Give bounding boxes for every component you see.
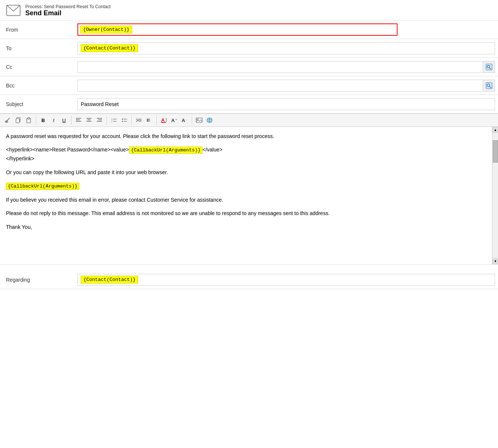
svg-text:A: A	[161, 117, 165, 123]
cut-button[interactable]	[3, 115, 13, 125]
body-para-3: Or you can copy the following URL and pa…	[6, 168, 486, 176]
subject-row: Subject	[0, 95, 498, 113]
body-para-4: {CallbackUrl(Arguments)}	[6, 182, 486, 191]
separator-5	[156, 116, 157, 125]
to-row: To {Contact(Contact)}	[0, 39, 498, 58]
regarding-label: Regarding	[0, 273, 74, 287]
editor-toolbar: B I U 1.2. A A+ A-	[0, 113, 498, 127]
from-label: From	[0, 23, 74, 36]
svg-text:2.: 2.	[111, 120, 113, 122]
to-field: {Contact(Contact)}	[74, 40, 498, 57]
svg-point-43	[197, 119, 198, 120]
send-email-title: Send Email	[25, 9, 111, 17]
header-text: Process: Send Password Reset To Contact …	[25, 4, 111, 17]
indent-button[interactable]	[134, 115, 144, 125]
font-size-up-button[interactable]: A+	[169, 115, 179, 125]
regarding-section: Regarding {Contact(Contact)}	[0, 265, 498, 289]
unordered-list-button[interactable]	[119, 115, 129, 125]
font-color-button[interactable]: A	[159, 115, 169, 125]
ordered-list-button[interactable]: 1.2.	[109, 115, 119, 125]
align-right-button[interactable]	[95, 115, 104, 125]
svg-text:A: A	[171, 118, 175, 123]
body-para-5: If you believe you received this email i…	[6, 196, 486, 204]
scroll-up-arrow[interactable]: ▲	[492, 127, 498, 133]
insert-image-button[interactable]	[194, 115, 204, 125]
separator-6	[192, 116, 192, 125]
insert-link-button[interactable]	[205, 115, 214, 125]
form-area: From {Owner(Contact)} To {Contact(Contac…	[0, 20, 498, 113]
from-field: {Owner(Contact)}	[74, 21, 498, 38]
from-field-wrapper[interactable]: {Owner(Contact)}	[77, 23, 398, 36]
underline-button[interactable]: U	[59, 115, 69, 125]
bcc-input-wrapper	[77, 80, 495, 92]
svg-point-28	[122, 121, 123, 122]
cc-field	[74, 59, 498, 75]
callback-url-tag-2: {CallbackUrl(Arguments)}	[6, 183, 79, 190]
align-left-button[interactable]	[74, 115, 83, 125]
body-para-6: Please do not reply to this message. Thi…	[6, 209, 486, 217]
svg-text:A: A	[182, 118, 185, 123]
bcc-lookup-button[interactable]	[483, 80, 495, 92]
cc-input-wrapper	[77, 61, 495, 73]
subject-label: Subject	[0, 97, 74, 111]
regarding-value-tag: {Contact(Contact)}	[81, 276, 138, 284]
header: Process: Send Password Reset To Contact …	[0, 0, 498, 20]
scroll-thumb[interactable]	[493, 140, 498, 163]
subject-input[interactable]	[77, 98, 495, 110]
cc-row: Cc	[0, 58, 498, 76]
to-label: To	[0, 42, 74, 55]
svg-text:-: -	[186, 118, 187, 121]
separator-1	[36, 116, 36, 125]
email-icon	[6, 4, 21, 17]
from-row: From {Owner(Contact)}	[0, 20, 498, 39]
scrollbar[interactable]: ▲ ▼	[492, 127, 498, 264]
bcc-label: Bcc	[0, 79, 74, 92]
align-center-button[interactable]	[84, 115, 94, 125]
body-para-2: <hyperlink><name>Reset Password</name><v…	[6, 145, 486, 163]
subject-field	[74, 96, 498, 112]
editor-wrapper: A password reset was requested for your …	[0, 127, 498, 265]
bcc-input[interactable]	[77, 80, 483, 92]
paste-button[interactable]	[24, 115, 33, 125]
regarding-row: Regarding {Contact(Contact)}	[0, 271, 498, 289]
to-value-tag: {Contact(Contact)}	[81, 44, 138, 52]
bcc-row: Bcc	[0, 76, 498, 95]
scroll-down-arrow[interactable]: ▼	[492, 258, 498, 264]
separator-2	[71, 116, 71, 125]
body-para-7: Thank You,	[6, 223, 486, 231]
italic-button[interactable]: I	[49, 115, 58, 125]
svg-rect-12	[28, 118, 30, 119]
svg-rect-37	[161, 122, 166, 123]
separator-3	[106, 116, 107, 125]
regarding-field: {Contact(Contact)}	[74, 272, 498, 288]
editor-content[interactable]: A password reset was requested for your …	[0, 127, 492, 264]
svg-text:+: +	[175, 118, 177, 121]
font-size-down-button[interactable]: A-	[180, 115, 189, 125]
svg-rect-42	[196, 118, 202, 122]
cc-label: Cc	[0, 60, 74, 74]
cc-lookup-button[interactable]	[483, 61, 495, 73]
separator-4	[131, 116, 132, 125]
copy-button[interactable]	[13, 115, 23, 125]
callback-url-tag-1: {CallbackUrl(Arguments)}	[129, 147, 202, 154]
svg-rect-10	[16, 119, 19, 123]
outdent-button[interactable]	[144, 115, 154, 125]
cc-input[interactable]	[77, 61, 483, 73]
body-para-1: A password reset was requested for your …	[6, 132, 486, 140]
bcc-field	[74, 77, 498, 94]
svg-point-26	[122, 119, 123, 120]
from-value-tag: {Owner(Contact)}	[80, 26, 132, 33]
bold-button[interactable]: B	[38, 115, 48, 125]
process-title: Process: Send Password Reset To Contact	[25, 4, 111, 9]
